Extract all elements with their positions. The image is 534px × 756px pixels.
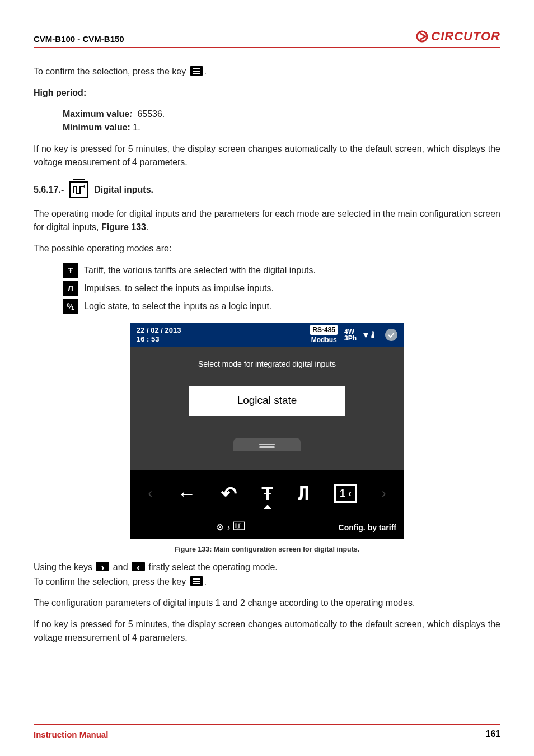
figure-133: 22 / 02 / 2013 16 : 53 RS-485 Modbus 4W … (34, 323, 500, 555)
para-confirm-1: To confirm the selection, press the key … (34, 65, 500, 78)
para-config-change: The configuration parameters of digital … (34, 596, 500, 610)
circutor-icon (415, 30, 429, 43)
modbus-label: Modbus (310, 335, 338, 345)
breadcrumb-sep: › (227, 521, 230, 534)
left-key-icon (132, 562, 145, 571)
tariff-mode-icon[interactable]: Ŧ (261, 479, 273, 508)
device-drawer-handle[interactable] (233, 438, 301, 451)
header-divider (34, 47, 500, 48)
device-toolbar: ‹ ← ↶ Ŧ Л 1 ‹ › (130, 470, 404, 516)
footer-divider (34, 724, 500, 725)
max-value: 65536. (137, 109, 165, 119)
footer-title: Instruction Manual (34, 730, 108, 739)
logic-icon: ⁰⁄₁ (63, 299, 78, 314)
figure-caption: Figure 133: Main configuration screen fo… (175, 544, 360, 555)
check-icon (385, 329, 397, 341)
brand-name: CIRCUTOR (431, 29, 500, 44)
back-arrow-icon[interactable]: ← (177, 479, 196, 508)
text: Using the keys (34, 562, 95, 572)
device-breadcrumb: ⚙ › Config. by tariff (130, 516, 404, 539)
menu-key-icon (190, 66, 203, 76)
mode-logic: ⁰⁄₁ Logic state, to select the inputs as… (63, 299, 500, 314)
page-number: 161 (485, 729, 500, 739)
min-label: Minimum value: (63, 123, 130, 132)
text: . (204, 577, 207, 586)
brand-logo: CIRCUTOR (415, 29, 500, 44)
impulse-text: Impulses, to select the inputs as impuls… (84, 282, 274, 295)
figure-ref: Figure 133 (101, 222, 146, 232)
logic-text: Logic state, to select the inputs as a l… (84, 300, 271, 313)
para-intro: The operating mode for digital inputs an… (34, 207, 500, 234)
wiring-label: 4W 3Ph (344, 328, 357, 342)
menu-key-icon (190, 576, 203, 586)
mode-tariff: Ŧ Tariff, the various tariffs are select… (63, 263, 500, 278)
scroll-right-icon[interactable]: › (382, 483, 386, 503)
tariff-icon: Ŧ (63, 263, 78, 278)
active-indicator-icon (264, 505, 271, 509)
device-content: Select mode for integrated digital input… (130, 347, 404, 470)
lock-thermo-icon: ▾🌡 (363, 328, 378, 343)
device-date: 22 / 02 / 2013 (137, 326, 181, 334)
gear-icon: ⚙ (216, 521, 224, 534)
high-period-heading: High period: (34, 86, 500, 100)
text: and (110, 562, 130, 572)
header-model: CVM-B100 - CVM-B150 (34, 34, 124, 44)
text: To confirm the selection, press the key (34, 577, 189, 586)
undo-icon[interactable]: ↶ (221, 479, 237, 508)
page-footer: Instruction Manual 161 (34, 724, 500, 739)
text: . (204, 67, 207, 76)
section-title: Digital inputs. (94, 183, 153, 197)
digital-inputs-icon (69, 181, 88, 198)
logic-mode-icon[interactable]: 1 ‹ (334, 484, 357, 503)
device-prompt: Select mode for integrated digital input… (134, 358, 400, 370)
wiring-3ph: 3Ph (344, 335, 357, 342)
device-datetime: 22 / 02 / 2013 16 : 53 (137, 326, 181, 343)
device-time: 16 : 53 (137, 335, 159, 343)
breadcrumb-label: Config. by tariff (339, 522, 396, 534)
device-status-bar: 22 / 02 / 2013 16 : 53 RS-485 Modbus 4W … (130, 323, 404, 347)
right-key-icon (96, 562, 109, 571)
text: firstly select the operating mode. (146, 562, 278, 572)
para-confirm-2: To confirm the selection, press the key … (34, 575, 500, 589)
para-timeout-2: If no key is pressed for 5 minutes, the … (34, 618, 500, 645)
mode-list: Ŧ Tariff, the various tariffs are select… (34, 263, 500, 314)
tariff-text: Tariff, the various tariffs are selected… (84, 264, 316, 277)
rs485-label: RS-485 (310, 325, 338, 335)
value-range: Maximum value: 65536. Minimum value: 1. (34, 108, 500, 134)
para-modes-intro: The possible operating modes are: (34, 242, 500, 255)
impulse-mode-icon[interactable]: Л (298, 479, 310, 508)
device-selection[interactable]: Logical state (189, 386, 345, 416)
max-label: Maximum value (63, 109, 129, 119)
section-number: 5.6.17.- (34, 183, 64, 197)
comm-block: RS-485 Modbus (310, 325, 338, 345)
impulse-icon: Л (63, 281, 78, 296)
para-timeout-1: If no key is pressed for 5 minutes, the … (34, 142, 500, 169)
breadcrumb-icon (233, 521, 245, 534)
section-heading: 5.6.17.- Digital inputs. (34, 181, 500, 198)
para-select-mode: Using the keys and firstly select the op… (34, 561, 500, 574)
text: To confirm the selection, press the key (34, 67, 189, 76)
min-value: 1. (133, 123, 140, 132)
device-screen: 22 / 02 / 2013 16 : 53 RS-485 Modbus 4W … (130, 323, 404, 539)
mode-impulse: Л Impulses, to select the inputs as impu… (63, 281, 500, 296)
scroll-left-icon[interactable]: ‹ (148, 483, 152, 503)
text: . (146, 222, 148, 232)
